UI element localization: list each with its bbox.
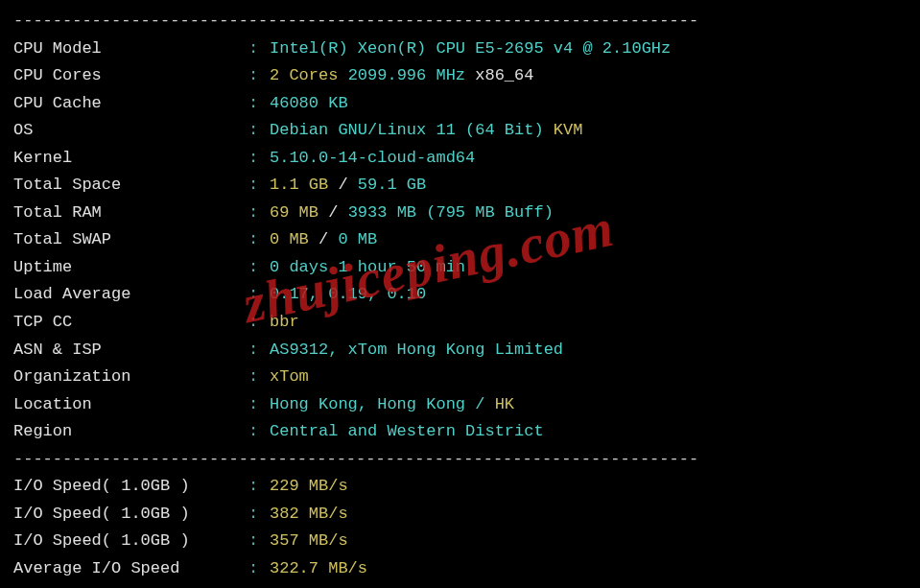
io-row: I/O Speed( 1.0GB ): 229 MB/s bbox=[13, 473, 907, 501]
info-value: Central and Western District bbox=[270, 418, 544, 446]
system-info-block: CPU Model: Intel(R) Xeon(R) CPU E5-2695 … bbox=[13, 35, 907, 446]
info-label: Organization bbox=[13, 364, 248, 391]
value-part: 46080 KB bbox=[270, 94, 348, 112]
value-part: Central and Western District bbox=[270, 422, 544, 440]
colon-separator: : bbox=[248, 117, 270, 145]
value-part: bbr bbox=[270, 313, 299, 331]
info-row: TCP CC: bbr bbox=[13, 309, 907, 337]
info-label: ASN & ISP bbox=[13, 337, 248, 365]
colon-separator: : bbox=[248, 391, 270, 419]
value-part: 0 days 1 hour 50 min bbox=[270, 258, 465, 276]
colon-separator: : bbox=[248, 528, 270, 555]
value-part: 2099.996 MHz bbox=[348, 66, 476, 84]
info-value: xTom bbox=[270, 364, 309, 391]
info-row: Organization: xTom bbox=[13, 364, 907, 391]
io-label: I/O Speed( 1.0GB ) bbox=[13, 473, 248, 501]
colon-separator: : bbox=[248, 90, 270, 118]
value-part: x86_64 bbox=[475, 66, 533, 84]
value-part: 2 Cores bbox=[270, 66, 348, 84]
io-row: I/O Speed( 1.0GB ): 357 MB/s bbox=[13, 528, 907, 555]
info-value: 46080 KB bbox=[270, 90, 348, 118]
info-label: Location bbox=[13, 391, 248, 419]
io-label: I/O Speed( 1.0GB ) bbox=[13, 501, 248, 529]
io-value: 229 MB/s bbox=[270, 473, 348, 501]
info-row: Kernel: 5.10.0-14-cloud-amd64 bbox=[13, 145, 907, 173]
value-part: Hong Kong, Hong Kong / bbox=[270, 395, 495, 413]
info-value: 0 MB / 0 MB bbox=[270, 226, 377, 254]
io-row: Average I/O Speed: 322.7 MB/s bbox=[13, 555, 907, 583]
info-value: bbr bbox=[270, 309, 299, 337]
value-part: 1.1 GB bbox=[270, 176, 338, 194]
value-part: AS9312, xTom Hong Kong Limited bbox=[270, 341, 563, 359]
info-label: Load Average bbox=[13, 281, 248, 309]
value-part: 5.10.0-14-cloud-amd64 bbox=[270, 149, 475, 167]
info-label: Total RAM bbox=[13, 200, 248, 227]
info-row: ASN & ISP: AS9312, xTom Hong Kong Limite… bbox=[13, 337, 907, 365]
colon-separator: : bbox=[248, 555, 270, 583]
info-label: Region bbox=[13, 418, 248, 446]
info-label: Kernel bbox=[13, 145, 248, 173]
info-label: CPU Model bbox=[13, 35, 248, 63]
value-part: KVM bbox=[554, 121, 583, 139]
io-row: I/O Speed( 1.0GB ): 382 MB/s bbox=[13, 501, 907, 529]
value-part: / bbox=[328, 203, 347, 222]
colon-separator: : bbox=[248, 172, 270, 200]
info-value: 2 Cores 2099.996 MHz x86_64 bbox=[270, 62, 533, 90]
info-value: 5.10.0-14-cloud-amd64 bbox=[270, 145, 475, 173]
info-row: Total SWAP: 0 MB / 0 MB bbox=[13, 226, 907, 254]
value-part: 0.17, 0.19, 0.10 bbox=[270, 285, 426, 303]
colon-separator: : bbox=[248, 364, 270, 391]
colon-separator: : bbox=[248, 226, 270, 254]
info-row: Location: Hong Kong, Hong Kong / HK bbox=[13, 391, 907, 419]
value-part: Intel(R) Xeon(R) CPU E5-2695 v4 @ 2.10GH… bbox=[270, 39, 671, 58]
io-value: 382 MB/s bbox=[270, 501, 348, 529]
info-row: Region: Central and Western District bbox=[13, 418, 907, 446]
value-part: 0 MB bbox=[270, 230, 318, 248]
info-label: Uptime bbox=[13, 254, 248, 282]
info-value: Intel(R) Xeon(R) CPU E5-2695 v4 @ 2.10GH… bbox=[270, 35, 671, 63]
divider-mid: ----------------------------------------… bbox=[13, 446, 907, 474]
value-part: / bbox=[338, 176, 357, 194]
value-part: Debian GNU/Linux 11 (64 Bit) bbox=[270, 121, 554, 139]
value-part: HK bbox=[495, 395, 514, 413]
value-part: (795 MB Buff) bbox=[426, 203, 554, 222]
info-value: 1.1 GB / 59.1 GB bbox=[270, 172, 426, 200]
divider-bottom: ----------------------------------------… bbox=[13, 582, 907, 588]
colon-separator: : bbox=[248, 200, 270, 227]
info-row: Total RAM: 69 MB / 3933 MB (795 MB Buff) bbox=[13, 200, 907, 227]
value-part: 0 MB bbox=[338, 230, 377, 248]
info-value: 69 MB / 3933 MB (795 MB Buff) bbox=[270, 200, 554, 227]
info-row: CPU Cores: 2 Cores 2099.996 MHz x86_64 bbox=[13, 62, 907, 90]
colon-separator: : bbox=[248, 473, 270, 501]
info-label: Total Space bbox=[13, 172, 248, 200]
io-label: Average I/O Speed bbox=[13, 555, 248, 583]
io-label: I/O Speed( 1.0GB ) bbox=[13, 528, 248, 555]
info-row: Total Space: 1.1 GB / 59.1 GB bbox=[13, 172, 907, 200]
colon-separator: : bbox=[248, 254, 270, 282]
info-row: CPU Model: Intel(R) Xeon(R) CPU E5-2695 … bbox=[13, 35, 907, 63]
value-part: / bbox=[318, 230, 338, 248]
info-label: TCP CC bbox=[13, 309, 248, 337]
info-value: 0.17, 0.19, 0.10 bbox=[270, 281, 426, 309]
colon-separator: : bbox=[248, 281, 270, 309]
info-value: AS9312, xTom Hong Kong Limited bbox=[270, 337, 563, 365]
info-label: OS bbox=[13, 117, 248, 145]
colon-separator: : bbox=[248, 501, 270, 529]
colon-separator: : bbox=[248, 62, 270, 90]
info-label: CPU Cores bbox=[13, 62, 248, 90]
colon-separator: : bbox=[248, 145, 270, 173]
io-value: 322.7 MB/s bbox=[270, 555, 367, 583]
info-row: Load Average: 0.17, 0.19, 0.10 bbox=[13, 281, 907, 309]
info-value: Debian GNU/Linux 11 (64 Bit) KVM bbox=[270, 117, 582, 145]
value-part: 59.1 GB bbox=[358, 176, 426, 194]
info-value: Hong Kong, Hong Kong / HK bbox=[270, 391, 514, 419]
info-row: CPU Cache: 46080 KB bbox=[13, 90, 907, 118]
colon-separator: : bbox=[248, 337, 270, 365]
info-label: Total SWAP bbox=[13, 226, 248, 254]
info-row: OS: Debian GNU/Linux 11 (64 Bit) KVM bbox=[13, 117, 907, 145]
value-part: 69 MB bbox=[270, 203, 328, 222]
colon-separator: : bbox=[248, 309, 270, 337]
io-speed-block: I/O Speed( 1.0GB ): 229 MB/sI/O Speed( 1… bbox=[13, 473, 907, 582]
colon-separator: : bbox=[248, 418, 270, 446]
divider-top: ----------------------------------------… bbox=[13, 8, 907, 35]
